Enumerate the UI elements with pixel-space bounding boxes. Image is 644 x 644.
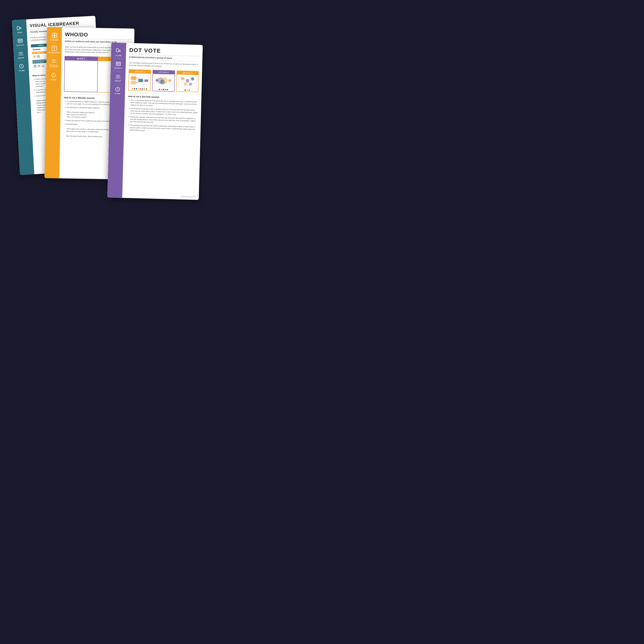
svg-point-42 (118, 63, 120, 65)
svg-rect-62 (168, 79, 171, 82)
options-row: OPTION A (128, 69, 199, 92)
svg-point-45 (118, 75, 120, 77)
svg-line-57 (132, 84, 147, 85)
svg-point-3 (20, 40, 21, 42)
option-c: OPTION C (176, 71, 199, 92)
sidebar-item-activity: ACTIVITY (13, 35, 28, 49)
option-a-dots (129, 87, 150, 91)
option-c-image (176, 75, 198, 89)
dotvote-step-1: Prior to the activity, determine if the … (131, 99, 198, 108)
activity-icon-dv (115, 61, 122, 67)
svg-rect-23 (52, 36, 54, 38)
whodo-sidebar: EXPLORE FRAMEWORK (44, 27, 62, 178)
sidebar-activity-label: ACTIVITY (16, 44, 24, 46)
open-icon (16, 25, 23, 32)
svg-rect-24 (54, 36, 57, 38)
svg-rect-0 (17, 27, 19, 30)
dotvote-subtitle: Collaboratively prioritize a group of it… (129, 56, 199, 60)
dotvote-main: DOT VOTE Collaboratively prioritize a gr… (124, 43, 203, 138)
sidebar-item-open: OPEN (12, 23, 27, 36)
whodo-col-who-header: WHO? (65, 56, 98, 61)
dotvote-title: DOT VOTE (129, 47, 199, 55)
dotvote-step-3: Participants cast their votes all at onc… (130, 116, 198, 125)
option-c-diagram (178, 76, 196, 88)
sidebar-time-dv: 15 MIN (110, 84, 125, 97)
whodo-who-content (64, 60, 97, 92)
scene: OPEN ACTIVITY (12, 12, 203, 203)
sidebar-group-dv: GROUP (110, 71, 126, 84)
sidebar-activity-label-dv: ACTIVITY (114, 67, 122, 69)
option-b-diagram (154, 75, 173, 87)
svg-point-46 (115, 87, 120, 91)
option-a-diagram (131, 74, 149, 87)
svg-point-44 (116, 75, 118, 77)
svg-rect-11 (37, 55, 40, 58)
sidebar-indgroup: INDIVIDUALOR GROUP (46, 56, 61, 70)
group-icon (17, 50, 24, 57)
svg-line-9 (21, 66, 22, 67)
svg-rect-54 (138, 79, 143, 82)
sidebar-open-label: OPEN (17, 32, 22, 34)
option-b-image (153, 74, 174, 88)
sidebar-time-label-whodo: 20 MIN (51, 79, 56, 81)
sidebar-framework-label: FRAMEWORK (48, 52, 60, 54)
svg-rect-56 (144, 79, 148, 82)
svg-rect-40 (116, 62, 120, 66)
sidebar-group-label: GROUP (18, 57, 24, 59)
sidebar-close: CLOSE (111, 46, 126, 59)
option-a: OPTION A (128, 69, 151, 91)
sidebar-group-label-dv: GROUP (115, 80, 121, 82)
option-b-dots (152, 88, 174, 91)
svg-rect-1 (18, 39, 22, 43)
sidebar-item-group: GROUP (13, 48, 28, 61)
option-a-image (129, 73, 150, 88)
footer: ©2020 XPLANE.COM (180, 196, 196, 198)
svg-point-63 (181, 77, 184, 80)
svg-line-32 (54, 75, 54, 76)
whodo-title: WHO/DO (65, 31, 131, 39)
dotvote-desc: This technique could be used to hone a l… (129, 60, 199, 68)
svg-line-4 (18, 40, 22, 40)
clock-icon-whodo (50, 72, 57, 78)
clock-icon-dv (114, 86, 121, 93)
svg-rect-21 (52, 33, 54, 35)
dotvote-steps: Prior to the activity, determine if the … (127, 99, 198, 133)
sidebar-time-label-dv: 15 MIN (115, 93, 120, 95)
group-icon-dv (115, 73, 121, 80)
explore-icon (51, 32, 58, 39)
dotvote-step-4: This prioritized list becomes the subjec… (130, 124, 197, 133)
svg-rect-50 (131, 81, 136, 84)
svg-line-48 (118, 89, 118, 90)
svg-line-43 (116, 63, 120, 63)
dotvote-instructions: How to run a Dot Vote session Prior to t… (127, 93, 198, 133)
activity-icon (17, 38, 24, 44)
sidebar-explore: EXPLORE (47, 30, 62, 43)
clock-icon (18, 63, 25, 70)
option-b: OPTION B (152, 70, 175, 92)
svg-rect-22 (54, 33, 57, 35)
sidebar-framework: FRAMEWORK (46, 43, 62, 56)
option-c-dots (176, 88, 198, 92)
svg-point-29 (54, 60, 56, 61)
dotvote-instructions-title: How to run a Dot Vote session (128, 95, 198, 99)
sidebar-close-label: CLOSE (115, 55, 121, 57)
svg-rect-37 (116, 49, 118, 52)
svg-point-2 (19, 41, 20, 42)
sidebar-time-whodo: 20 MIN (46, 70, 61, 83)
card-dotvote: CLOSE ACTIVITY (107, 43, 203, 200)
svg-rect-15 (37, 64, 41, 68)
framework-icon (51, 45, 57, 52)
sidebar-explore-label: EXPLORE (50, 39, 58, 41)
svg-point-41 (117, 63, 118, 65)
sidebar-time-label: 10 MIN (19, 70, 25, 72)
svg-rect-49 (131, 76, 136, 80)
svg-rect-13 (33, 64, 37, 68)
svg-point-28 (52, 60, 54, 61)
svg-point-6 (21, 52, 22, 54)
svg-point-5 (19, 52, 20, 54)
svg-line-72 (182, 79, 186, 84)
dotvote-step-2: Ask the group to cast their votes by pla… (130, 107, 198, 116)
individual-group-icon (51, 58, 57, 64)
svg-point-65 (191, 77, 194, 80)
close-icon (115, 48, 122, 54)
